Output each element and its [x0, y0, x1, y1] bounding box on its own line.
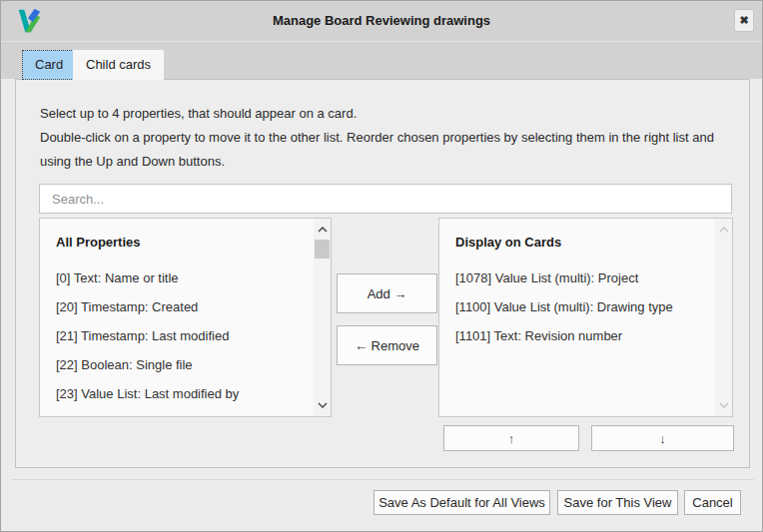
save-for-this-view-button[interactable]: Save for This View	[557, 490, 678, 515]
property-item[interactable]: [21] Timestamp: Last modified	[40, 321, 331, 350]
all-properties-scrollbar[interactable]	[314, 219, 331, 416]
property-item[interactable]: [22] Boolean: Single file	[40, 350, 331, 379]
display-on-cards-list: Display on Cards [1078] Value List (mult…	[438, 218, 733, 417]
tab-card[interactable]: Card	[22, 50, 76, 80]
display-on-cards-items: [1078] Value List (multi): Project[1100]…	[439, 264, 732, 350]
scroll-up-icon[interactable]	[715, 221, 732, 239]
scroll-up-icon[interactable]	[314, 221, 331, 239]
manage-board-dialog: Manage Board Reviewing drawings ✖ Card C…	[0, 0, 763, 532]
down-arrow-icon: ↓	[659, 431, 666, 446]
move-up-button[interactable]: ↑	[443, 425, 579, 451]
selected-property-item[interactable]: [1078] Value List (multi): Project	[439, 264, 732, 292]
search-input[interactable]	[39, 184, 732, 214]
all-properties-header: All Properties	[56, 234, 315, 252]
scroll-down-icon[interactable]	[314, 396, 331, 414]
tab-strip: Card Child cards	[1, 41, 762, 79]
add-button[interactable]: Add →	[337, 273, 437, 313]
property-item[interactable]: [23] Value List: Last modified by	[40, 379, 331, 408]
tab-child-cards[interactable]: Child cards	[73, 50, 164, 80]
card-tab-panel: Select up to 4 properties, that should a…	[15, 79, 750, 468]
selected-property-item[interactable]: [1100] Value List (multi): Drawing type	[439, 292, 732, 321]
instructions-line2: Double-click on a property to move it to…	[40, 126, 725, 174]
titlebar: Manage Board Reviewing drawings ✖	[1, 1, 762, 41]
move-down-button[interactable]: ↓	[591, 425, 734, 451]
close-button[interactable]: ✖	[734, 9, 754, 32]
close-icon: ✖	[739, 14, 748, 27]
display-on-cards-header: Display on Cards	[455, 234, 716, 252]
property-item[interactable]: [0] Text: Name or title	[40, 264, 331, 292]
dialog-title: Manage Board Reviewing drawings	[1, 1, 762, 41]
up-arrow-icon: ↑	[508, 431, 515, 446]
display-on-cards-scrollbar[interactable]	[715, 219, 732, 416]
selected-property-item[interactable]: [1101] Text: Revision number	[439, 321, 732, 350]
cancel-button[interactable]: Cancel	[684, 490, 741, 515]
remove-button[interactable]: ← Remove	[337, 325, 437, 365]
scrollbar-thumb[interactable]	[315, 240, 330, 259]
instructions: Select up to 4 properties, that should a…	[40, 102, 725, 174]
save-as-default-button[interactable]: Save As Default for All Views	[374, 490, 550, 515]
all-properties-items: [0] Text: Name or title[20] Timestamp: C…	[40, 264, 331, 408]
instructions-line1: Select up to 4 properties, that should a…	[40, 102, 725, 126]
scroll-down-icon[interactable]	[715, 396, 732, 414]
footer-separator	[11, 479, 754, 480]
all-properties-list: All Properties [0] Text: Name or title[2…	[39, 218, 332, 417]
property-item[interactable]: [20] Timestamp: Created	[40, 292, 331, 321]
